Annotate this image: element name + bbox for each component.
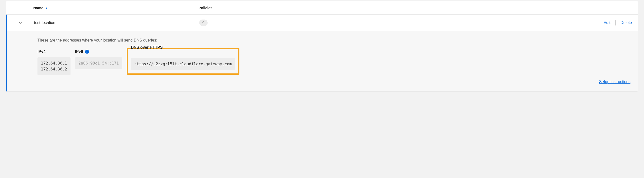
locations-card: Name ▲ Policies test-location 0 Edit Del…	[6, 1, 638, 92]
column-header-name-label: Name	[33, 6, 44, 10]
setup-instructions-container: Setup instructions	[38, 80, 632, 84]
ipv6-label: IPv6 i	[75, 49, 122, 54]
location-details: These are the addresses where your locat…	[6, 31, 638, 92]
action-separator	[616, 20, 616, 26]
location-name: test-location	[34, 21, 199, 25]
address-row: IPv4 172.64.36.1 172.64.36.2 IPv6 i 2a06…	[38, 49, 632, 75]
ipv4-label: IPv4	[38, 49, 70, 54]
column-header-name[interactable]: Name ▲	[33, 6, 198, 10]
edit-button[interactable]: Edit	[604, 21, 610, 25]
ipv6-block: IPv6 i 2a06:98c1:54::171	[75, 49, 122, 69]
doh-value[interactable]: https://u2zzgrl5lt.cloudflare-gateway.co…	[131, 58, 235, 70]
column-header-policies-label: Policies	[198, 6, 212, 10]
ipv6-value[interactable]: 2a06:98c1:54::171	[75, 57, 122, 69]
info-icon[interactable]: i	[85, 50, 89, 54]
ipv4-block: IPv4 172.64.36.1 172.64.36.2	[38, 49, 70, 75]
policies-count-badge: 0	[199, 20, 208, 26]
sort-asc-icon: ▲	[45, 7, 48, 9]
doh-block: DNS over HTTPS https://u2zzgrl5lt.cloudf…	[127, 48, 240, 75]
ipv4-value[interactable]: 172.64.36.1 172.64.36.2	[38, 57, 70, 75]
doh-label: DNS over HTTPS	[131, 45, 235, 50]
column-header-policies[interactable]: Policies	[198, 6, 248, 10]
setup-instructions-link[interactable]: Setup instructions	[599, 80, 630, 84]
expand-toggle[interactable]	[19, 21, 34, 25]
details-intro-text: These are the addresses where your locat…	[38, 38, 632, 43]
location-policies: 0	[199, 20, 248, 26]
table-header: Name ▲ Policies	[6, 1, 638, 15]
location-actions: Edit Delete	[248, 20, 632, 26]
location-row: test-location 0 Edit Delete	[6, 15, 638, 31]
ipv6-label-text: IPv6	[75, 49, 83, 54]
delete-button[interactable]: Delete	[620, 21, 632, 25]
chevron-down-icon	[19, 21, 22, 25]
